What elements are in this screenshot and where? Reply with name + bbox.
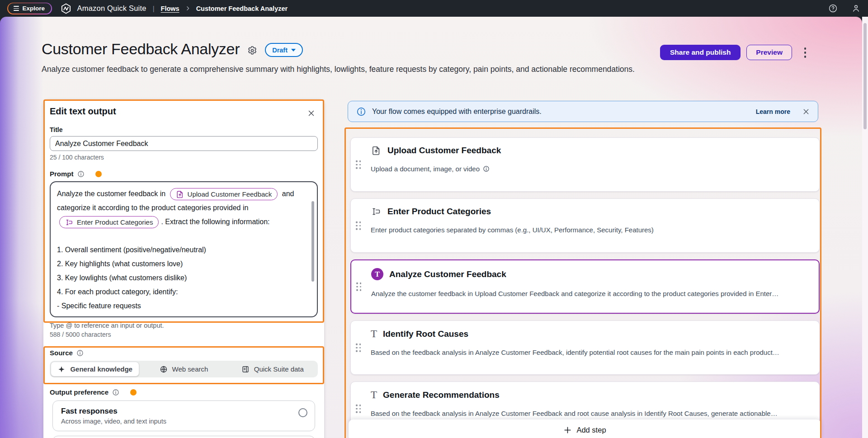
breadcrumb-flows-link[interactable]: Flows	[161, 5, 179, 12]
breadcrumb-chevron-icon	[185, 5, 191, 11]
flow-steps-list: Upload Customer FeedbackUpload a documen…	[350, 137, 820, 438]
prompt-line: 2. Key highlights (what customers love)	[57, 257, 306, 271]
product-name: Amazon Quick Suite	[77, 4, 146, 13]
subtitle-info-icon[interactable]	[483, 165, 490, 172]
prompt-scrollbar-thumb[interactable]	[311, 201, 314, 282]
prompt-intro-paragraph: Analyze the customer feedback in Upload …	[57, 187, 306, 229]
flow-step-analyze-customer-feedback[interactable]: TAnalyze Customer FeedbackAnalyze the cu…	[350, 259, 820, 314]
source-tab-general-knowledge[interactable]: General knowledge	[51, 362, 139, 377]
learn-more-link[interactable]: Learn more	[756, 108, 790, 115]
settings-gear-icon[interactable]	[247, 45, 258, 56]
prompt-helper-text: Type @ to reference an input or output.	[50, 322, 318, 329]
top-navigation-bar: Explore Amazon Quick Suite | Flows Custo…	[0, 0, 868, 17]
step-subtitle: Upload a document, image, or video	[371, 165, 808, 173]
title-char-count: 25 / 100 characters	[50, 154, 318, 161]
sparkle-icon	[57, 365, 66, 373]
prompt-editor[interactable]: Analyze the customer feedback in Upload …	[50, 181, 318, 317]
more-options-kebab-icon[interactable]	[801, 45, 810, 61]
hamburger-icon	[14, 6, 19, 11]
flow-step-upload-customer-feedback[interactable]: Upload Customer FeedbackUpload a documen…	[350, 137, 820, 192]
explore-label: Explore	[23, 5, 45, 12]
guardrails-info-banner: Your flow comes equipped with enterprise…	[348, 101, 818, 122]
prompt-text: . Extract the following information:	[161, 218, 269, 226]
close-icon[interactable]	[306, 108, 317, 119]
data-icon	[241, 365, 250, 373]
step-title: Enter Product Categories	[387, 207, 491, 217]
step-subtitle: Analyze the customer feedback in Upload …	[371, 290, 808, 297]
annotation-marker-dot	[95, 171, 102, 177]
drag-handle[interactable]	[356, 283, 361, 291]
reference-pill-label: Enter Product Categories	[77, 215, 153, 229]
banner-close-icon[interactable]	[802, 108, 810, 115]
flow-editor-page: Customer Feedback Analyzer Draft Analyze…	[0, 17, 862, 438]
prompt-field-label: Prompt	[50, 170, 74, 178]
text-input-icon	[371, 207, 382, 217]
share-and-publish-button[interactable]: Share and publish	[660, 45, 741, 60]
breadcrumb-divider: |	[153, 5, 155, 12]
step-title: Identify Root Causes	[383, 329, 468, 339]
reference-pill[interactable]: Upload Customer Feedback	[170, 188, 278, 200]
source-segmented-control: General knowledgeWeb searchQuick Suite d…	[50, 361, 318, 377]
info-icon	[356, 107, 366, 117]
help-icon[interactable]	[828, 4, 838, 13]
reference-pill[interactable]: Enter Product Categories	[59, 216, 159, 228]
text-output-selected-icon: T	[371, 268, 383, 280]
source-label: Source	[50, 349, 73, 357]
add-step-button[interactable]: Add step	[349, 419, 821, 438]
title-input[interactable]	[50, 136, 318, 151]
source-info-icon[interactable]	[76, 349, 84, 357]
source-tab-label: Quick Suite data	[254, 365, 304, 373]
step-title: Analyze Customer Feedback	[389, 269, 506, 279]
drag-handle[interactable]	[356, 405, 361, 413]
source-tab-label: General knowledge	[70, 365, 132, 373]
flow-step-enter-product-categories[interactable]: Enter Product CategoriesEnter product ca…	[350, 198, 820, 253]
prompt-line: - Pain points mentioned	[57, 313, 306, 317]
flow-step-identify-root-causes[interactable]: TIdentify Root CausesBased on the feedba…	[350, 320, 820, 375]
option-title: Fast responses	[61, 407, 307, 416]
explore-button[interactable]: Explore	[7, 3, 52, 14]
quick-suite-logo-icon[interactable]	[60, 3, 72, 14]
chevron-down-icon	[291, 49, 296, 52]
panel-heading: Edit text output	[50, 106, 318, 117]
text-input-icon	[65, 218, 73, 226]
status-badge: Draft	[272, 47, 288, 54]
text-output-icon: T	[371, 329, 377, 339]
add-step-label: Add step	[576, 426, 606, 434]
output-preference-label: Output preference	[50, 388, 108, 396]
upload-file-icon	[371, 146, 382, 155]
title-field-label: Title	[50, 126, 318, 133]
option-subtitle: Across image, video, and text inputs	[61, 418, 307, 425]
output-preference-info-icon[interactable]	[112, 389, 119, 396]
prompt-info-icon[interactable]	[77, 170, 85, 178]
preview-button[interactable]: Preview	[746, 45, 792, 60]
prompt-line: 4. For each product category, identify:	[57, 285, 306, 299]
option-radio[interactable]	[298, 408, 307, 417]
drag-handle[interactable]	[356, 221, 361, 230]
page-scrollbar[interactable]	[862, 17, 868, 438]
text-output-icon: T	[371, 390, 377, 400]
drag-handle[interactable]	[356, 344, 361, 352]
drag-handle[interactable]	[356, 160, 361, 169]
output-option-versatility-and-performance[interactable]: Versatility and performance	[52, 436, 315, 438]
source-tab-label: Web search	[172, 365, 208, 373]
prompt-char-count: 588 / 5000 characters	[50, 331, 318, 338]
step-subtitle: Enter product categories separated by co…	[371, 226, 808, 234]
prompt-line: 3. Key lowlights (what customers dislike…	[57, 271, 306, 285]
output-option-fast-responses[interactable]: Fast responsesAcross image, video, and t…	[52, 400, 315, 431]
prompt-list: 1. Overall sentiment (positive/negative/…	[57, 243, 306, 317]
prompt-text: Analyze the customer feedback in	[57, 190, 168, 198]
prompt-line: - Specific feature requests	[57, 299, 306, 313]
globe-icon	[160, 365, 168, 373]
edit-text-output-panel: Edit text output Title 25 / 100 characte…	[43, 99, 324, 438]
user-account-icon[interactable]	[851, 4, 861, 13]
page-scrollbar-thumb[interactable]	[863, 23, 867, 129]
breadcrumb-current-page: Customer Feedback Analyzer	[196, 5, 288, 12]
step-title: Generate Recommendations	[383, 390, 500, 400]
status-dropdown[interactable]: Draft	[265, 43, 303, 57]
output-preference-options: Fast responsesAcross image, video, and t…	[50, 400, 318, 438]
reference-pill-label: Upload Customer Feedback	[188, 187, 272, 201]
upload-file-icon	[176, 190, 184, 198]
source-tab-quick-suite-data[interactable]: Quick Suite data	[228, 362, 317, 377]
banner-message: Your flow comes equipped with enterprise…	[372, 108, 750, 116]
source-tab-web-search[interactable]: Web search	[139, 362, 228, 377]
